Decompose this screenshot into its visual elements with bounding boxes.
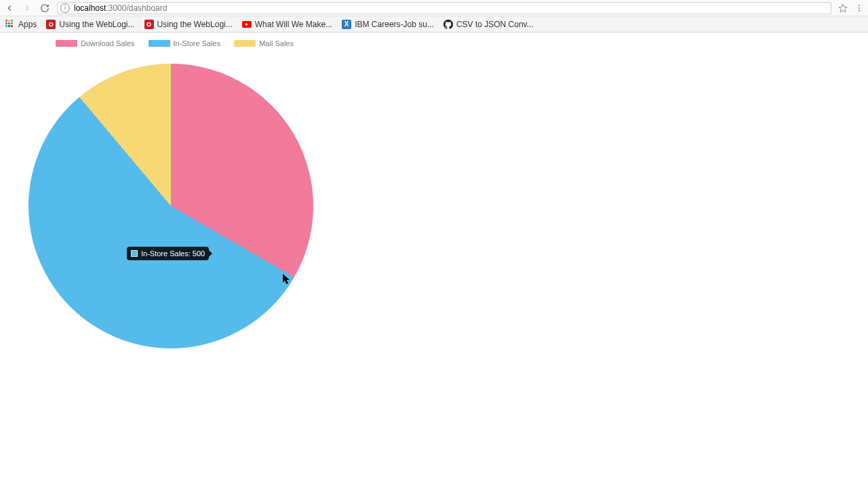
pie-chart[interactable] — [28, 64, 313, 348]
forward-button[interactable] — [22, 3, 33, 14]
reload-button[interactable] — [39, 3, 50, 14]
browser-toolbar: i localhost:3000/dashboard — [0, 0, 868, 16]
reload-icon — [40, 3, 50, 13]
oracle-favicon-icon: O — [144, 20, 154, 29]
bookmark-item[interactable]: What Will We Make... — [242, 20, 332, 29]
tooltip-text: In-Store Sales: 500 — [141, 249, 205, 258]
x-favicon-icon: X — [342, 20, 351, 29]
url-text: localhost:3000/dashboard — [74, 3, 167, 13]
back-button[interactable] — [4, 3, 15, 14]
address-bar[interactable]: i localhost:3000/dashboard — [57, 2, 831, 14]
bookmark-item[interactable]: CSV to JSON Conv... — [443, 20, 534, 29]
apps-launcher[interactable]: Apps — [5, 20, 37, 29]
chart-tooltip: In-Store Sales: 500 — [127, 247, 209, 260]
youtube-favicon-icon — [242, 21, 252, 28]
oracle-favicon-icon: O — [46, 20, 56, 29]
bookmark-label: Using the WebLogi... — [59, 20, 134, 29]
github-favicon-icon — [443, 20, 453, 29]
apps-label: Apps — [18, 20, 37, 29]
bookmark-label: IBM Careers-Job su... — [355, 20, 434, 29]
bookmark-item[interactable]: OUsing the WebLogi... — [46, 20, 134, 29]
bookmark-star-button[interactable] — [838, 3, 848, 13]
tooltip-color-chip — [131, 250, 138, 257]
bookmark-item[interactable]: OUsing the WebLogi... — [144, 20, 233, 29]
bookmark-item[interactable]: XIBM Careers-Job su... — [342, 20, 434, 29]
svg-marker-0 — [839, 4, 847, 12]
menu-dots-icon — [859, 5, 860, 6]
browser-menu-button[interactable] — [854, 3, 864, 13]
bookmark-label: CSV to JSON Conv... — [456, 20, 534, 29]
bookmarks-bar: Apps OUsing the WebLogi...OUsing the Web… — [0, 16, 868, 33]
chart-container: In-Store Sales: 500 — [8, 43, 307, 342]
bookmark-label: Using the WebLogi... — [157, 20, 233, 29]
info-icon[interactable]: i — [60, 3, 70, 13]
arrow-left-icon — [5, 3, 14, 13]
page-content: Download SalesIn-Store SalesMail Sales I… — [0, 33, 868, 487]
mouse-cursor-icon — [283, 274, 291, 285]
bookmark-label: What Will We Make... — [255, 20, 332, 29]
arrow-right-icon — [22, 3, 32, 13]
apps-grid-icon — [5, 20, 15, 29]
star-icon — [838, 3, 848, 13]
